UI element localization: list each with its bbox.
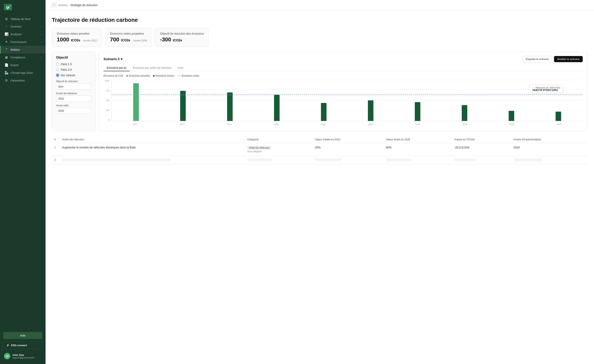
x-labels: 2022202320242025202620272028202920302031 [111, 122, 583, 127]
breadcrumb-parent[interactable]: Actions [58, 4, 67, 7]
nav-icon-export: 📄 [5, 63, 8, 67]
chart-actions: Exporter le scénario Modifier le scénari… [522, 56, 583, 62]
table-row: 2 [52, 155, 588, 164]
x-label: 2029 [441, 122, 488, 127]
sidebar-item-tableau[interactable]: ⊞ Tableau de bord [0, 15, 46, 23]
y-label: 750 [106, 89, 109, 92]
nav-label-climate: Climate App Store [11, 71, 33, 74]
esg-connect-banner: ⚡ ESG connect [3, 341, 42, 349]
skeleton [247, 158, 272, 161]
user-email: support@greenly.earth [12, 357, 34, 359]
export-scenario-button[interactable]: Exporter le scénario [522, 56, 552, 62]
legend-actual: Émissions actuelles [126, 74, 150, 77]
nav-icon-actions: ⌃ [5, 48, 8, 51]
nav-label-export: Export [11, 64, 18, 67]
avatar: JD [4, 353, 10, 359]
chart-panel: Scénario 2 ▾ Exporter le scénario Modifi… [99, 52, 588, 131]
actual-label: Émissions actuelles [129, 74, 150, 77]
radio-circle-paris15 [56, 62, 59, 66]
kpi-row: Émissions nettes actuelles 1000 tCO2e An… [52, 28, 588, 47]
table-col-header: Action de réduction [60, 136, 245, 143]
target-label: Émissions cibles [182, 74, 199, 77]
target-dash [177, 76, 181, 76]
breadcrumb-separator: / [68, 4, 69, 7]
sidebar-item-actions[interactable]: ⌃ Actions [0, 46, 46, 54]
bar [274, 94, 280, 121]
kpi-year-0: Année 2022 [83, 39, 97, 42]
bar-group [395, 80, 440, 121]
bar [462, 105, 467, 121]
kpi-label-1: Émissions nettes projettées [110, 32, 147, 35]
bar [227, 92, 233, 121]
tab-cout[interactable]: Coût [175, 65, 186, 71]
nav-label-compliance: Compliance [11, 56, 25, 59]
radio-paris15[interactable]: Paris 1.5 [56, 62, 91, 66]
skeleton [62, 158, 170, 161]
bar [556, 112, 561, 121]
breadcrumb: Actions / Stratégie de réduction [58, 4, 98, 7]
skeleton [454, 158, 476, 161]
nav-icon-parametres: ⚙ [5, 79, 8, 82]
bar [321, 103, 326, 121]
x-label: 2025 [253, 122, 300, 127]
sidebar-item-fournisseurs[interactable]: ✦ Fournisseurs › [0, 38, 46, 46]
sidebar-item-climate[interactable]: 🏪 Climate App Store [0, 69, 46, 77]
x-label: 2031 [536, 122, 583, 127]
row-final-value: 80% [384, 143, 452, 155]
nav-icon-compliance: ▦ [5, 55, 8, 59]
nav-label-analyses: Analyses [11, 33, 22, 36]
row-num: 2 [52, 155, 60, 164]
sidebar-item-analyses[interactable]: 📊 Analyses › [0, 30, 46, 38]
subcategory-label: sous-catégorie [247, 150, 310, 153]
scenario-selector[interactable]: Scénario 2 ▾ [104, 57, 122, 61]
nav-label-donnees: Données [11, 25, 22, 28]
radio-paris20[interactable]: Paris 2.0 [56, 68, 91, 71]
row-final-skeleton [384, 155, 452, 164]
help-button[interactable]: Aide [3, 332, 42, 339]
row-impact: -20.5 tCO2e [452, 143, 511, 155]
modify-scenario-button[interactable]: Modifier le scénario [554, 56, 583, 62]
topbar: ☷ Actions / Stratégie de réduction [46, 0, 594, 11]
bar-group [348, 80, 394, 121]
row-year-skeleton [511, 155, 588, 164]
chevron-icon: › [41, 41, 41, 43]
reference-input[interactable] [56, 96, 91, 102]
table-col-header: Valeur initiale en 2022 [312, 136, 384, 143]
x-label: 2027 [347, 122, 394, 127]
skeleton [386, 158, 412, 161]
reduction-label: Objectif de réduction [56, 80, 91, 83]
kpi-year-1: Année 2026 [133, 39, 147, 42]
tab-emissions_par_action[interactable]: Émissions par action de réduction [130, 65, 175, 71]
row-category-skeleton [245, 155, 312, 164]
target-year-label: Année cible [56, 104, 91, 107]
bar-group [488, 80, 534, 121]
actions-table: #Action de réductionCatégorieValeur init… [52, 136, 588, 164]
target-form-group: Année cible [56, 104, 91, 114]
sidebar-item-export[interactable]: 📄 Export [0, 61, 46, 69]
sidebar-nav: ⊞ Tableau de bord ↑ Données › 📊 Analyses… [0, 13, 46, 329]
future-label: Émissions futures [156, 74, 175, 77]
row-action: Augmenter le nombre de véhicules électri… [60, 143, 245, 155]
tab-emissions_par_an[interactable]: Émissions par an [104, 65, 130, 71]
table-body: 1 Augmenter le nombre de véhicules élect… [52, 143, 588, 164]
sidebar-item-compliance[interactable]: ▦ Compliance › [0, 54, 46, 61]
row-num: 1 [52, 143, 60, 155]
kpi-value-2: -300 [160, 36, 171, 43]
y-label: 1000 [105, 80, 109, 82]
nav-label-tableau: Tableau de bord [11, 17, 30, 20]
radio-sur_mesure[interactable]: Sur mesure [56, 74, 91, 77]
reduction-input[interactable] [56, 84, 91, 90]
sidebar-item-parametres[interactable]: ⚙ Paramètres [0, 77, 46, 84]
table-row: 1 Augmenter le nombre de véhicules élect… [52, 143, 588, 155]
sidebar-toggle[interactable]: ☷ [52, 3, 57, 7]
legend-target: Émissions cibles [177, 74, 199, 77]
x-label: 2028 [394, 122, 441, 127]
target-line [111, 94, 583, 95]
sidebar-item-donnees[interactable]: ↑ Données › [0, 23, 46, 30]
target-year-input[interactable] [56, 108, 91, 114]
kpi-card-1: Émissions nettes projettées 700 tCO2e An… [105, 28, 152, 47]
table-col-header: Catégorie [245, 136, 312, 143]
bar-group [535, 80, 581, 121]
kpi-unit-2: tCO2e [173, 39, 182, 42]
nav-icon-climate: 🏪 [5, 71, 8, 75]
